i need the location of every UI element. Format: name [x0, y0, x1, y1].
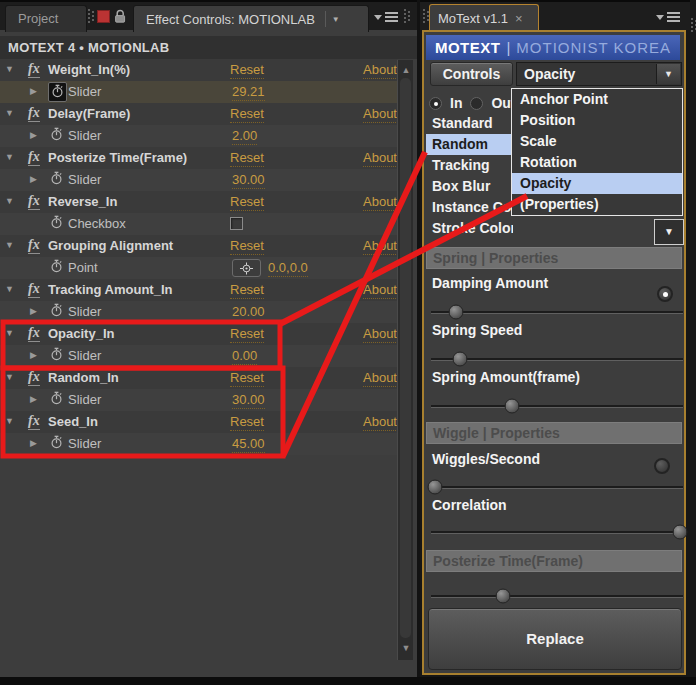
- property-row[interactable]: ▶ Slider 20.00: [0, 301, 397, 323]
- property-row[interactable]: ▶ Slider 29.21: [0, 81, 397, 103]
- reset-link[interactable]: Reset: [230, 106, 264, 123]
- dropdown-option-anchor-point[interactable]: Anchor Point: [512, 89, 682, 110]
- collapse-triangle-icon[interactable]: ▼: [5, 64, 14, 74]
- property-row[interactable]: ▶ Slider 0.00: [0, 345, 397, 367]
- property-value[interactable]: 45.00: [232, 436, 265, 453]
- wiggle-indicator-radio[interactable]: [654, 458, 670, 474]
- stopwatch-icon[interactable]: [50, 215, 63, 232]
- property-row[interactable]: Checkbox: [0, 213, 397, 235]
- about-link[interactable]: About: [363, 62, 400, 79]
- panel-menu-icon[interactable]: [374, 12, 398, 22]
- collapse-triangle-icon[interactable]: ▼: [5, 416, 14, 426]
- property-value[interactable]: 20.00: [232, 304, 265, 321]
- wiggles-second-slider[interactable]: [431, 486, 683, 489]
- panel-grip-icon[interactable]: [691, 18, 696, 34]
- dropdown-option-rotation[interactable]: Rotation: [512, 152, 682, 173]
- expand-triangle-icon[interactable]: ▶: [30, 306, 37, 316]
- controls-button[interactable]: Controls: [430, 62, 513, 86]
- mode-item-standard[interactable]: Standard: [426, 113, 513, 134]
- mode-item-random[interactable]: Random: [426, 134, 513, 155]
- list-dropdown-arrow-button[interactable]: ▼: [654, 219, 684, 245]
- expand-triangle-icon[interactable]: ▶: [30, 86, 37, 96]
- mode-item-tracking[interactable]: Tracking: [426, 155, 513, 176]
- chevron-down-icon[interactable]: ▼: [656, 64, 680, 84]
- unlock-icon[interactable]: [113, 8, 128, 24]
- dropdown-option-properties[interactable]: (Properties): [512, 194, 682, 215]
- mode-item-stroke-color[interactable]: Stroke Color: [426, 218, 513, 239]
- collapse-triangle-icon[interactable]: ▼: [5, 284, 14, 294]
- scroll-down-icon[interactable]: ▼: [398, 640, 414, 656]
- effect-header-row[interactable]: ▼ fx Delay(Frame) Reset About: [0, 103, 397, 125]
- correlation-slider-handle[interactable]: [672, 525, 687, 540]
- tab-effect-controls[interactable]: Effect Controls: MOTIONLAB ▼: [133, 5, 369, 32]
- effect-header-row[interactable]: ▼ fx Tracking Amount_In Reset About: [0, 279, 397, 301]
- effect-header-row[interactable]: ▼ fx Opacity_In Reset About: [0, 323, 397, 345]
- reset-link[interactable]: Reset: [230, 194, 264, 211]
- close-icon[interactable]: ×: [515, 6, 523, 32]
- radio-out[interactable]: [470, 97, 483, 110]
- collapse-triangle-icon[interactable]: ▼: [5, 108, 14, 118]
- property-dropdown[interactable]: Opacity ▼: [516, 62, 682, 86]
- radio-in[interactable]: [429, 97, 442, 110]
- property-row[interactable]: ▶ Slider 2.00: [0, 125, 397, 147]
- collapse-triangle-icon[interactable]: ▼: [5, 240, 14, 250]
- about-link[interactable]: About: [363, 150, 400, 167]
- expand-triangle-icon[interactable]: ▶: [30, 394, 37, 404]
- dropdown-option-position[interactable]: Position: [512, 110, 682, 131]
- damping-slider-handle[interactable]: [449, 305, 464, 320]
- spring-speed-slider-handle[interactable]: [452, 352, 467, 367]
- effect-header-row[interactable]: ▼ fx Posterize Time(Frame) Reset About: [0, 147, 397, 169]
- scrollbar-thumb[interactable]: [400, 78, 411, 638]
- damping-slider[interactable]: [431, 311, 683, 314]
- reset-link[interactable]: Reset: [230, 62, 264, 79]
- stopwatch-icon[interactable]: [50, 391, 63, 408]
- scrollbar[interactable]: ▲ ▼: [397, 60, 413, 660]
- about-link[interactable]: About: [363, 414, 400, 431]
- spring-amount-slider-handle[interactable]: [504, 399, 519, 414]
- collapse-triangle-icon[interactable]: ▼: [5, 328, 14, 338]
- dropdown-option-opacity[interactable]: Opacity: [512, 173, 682, 194]
- stopwatch-icon[interactable]: [50, 127, 63, 144]
- property-value[interactable]: 30.00: [232, 392, 265, 409]
- effect-header-row[interactable]: ▼ fx Reverse_In Reset About: [0, 191, 397, 213]
- panel-grip-icon[interactable]: [88, 9, 96, 25]
- effect-header-row[interactable]: ▼ fx Random_In Reset About: [0, 367, 397, 389]
- collapse-triangle-icon[interactable]: ▼: [5, 372, 14, 382]
- reset-link[interactable]: Reset: [230, 238, 264, 255]
- expand-triangle-icon[interactable]: ▶: [30, 174, 37, 184]
- stopwatch-icon[interactable]: [50, 347, 63, 364]
- collapse-triangle-icon[interactable]: ▼: [5, 152, 14, 162]
- tab-project[interactable]: Project: [5, 5, 87, 32]
- property-row[interactable]: ▶ Slider 30.00: [0, 169, 397, 191]
- damping-indicator-radio[interactable]: [657, 286, 673, 302]
- about-link[interactable]: About: [363, 370, 400, 387]
- wiggles-second-slider-handle[interactable]: [428, 480, 443, 495]
- property-row[interactable]: ▶ Slider 30.00: [0, 389, 397, 411]
- property-row[interactable]: Point 0.0,0.0: [0, 257, 397, 279]
- spring-amount-slider[interactable]: [431, 405, 683, 408]
- about-link[interactable]: About: [363, 238, 400, 255]
- expand-triangle-icon[interactable]: ▶: [30, 438, 37, 448]
- effect-header-row[interactable]: ▼ fx Grouping Alignment Reset About: [0, 235, 397, 257]
- collapse-triangle-icon[interactable]: ▼: [5, 196, 14, 206]
- effect-header-row[interactable]: ▼ fx Weight_In(%) Reset About: [0, 59, 397, 81]
- reset-link[interactable]: Reset: [230, 326, 264, 343]
- about-link[interactable]: About: [363, 282, 400, 299]
- checkbox[interactable]: [230, 217, 243, 230]
- property-value[interactable]: 0.00: [232, 348, 257, 365]
- stopwatch-icon[interactable]: [50, 259, 63, 276]
- expand-triangle-icon[interactable]: ▶: [30, 130, 37, 140]
- correlation-slider[interactable]: [431, 531, 683, 534]
- stopwatch-icon[interactable]: [48, 82, 67, 102]
- posterize-slider-handle[interactable]: [496, 589, 511, 604]
- stopwatch-icon[interactable]: [50, 435, 63, 452]
- about-link[interactable]: About: [363, 106, 400, 123]
- dropdown-option-scale[interactable]: Scale: [512, 131, 682, 152]
- panel-grip-icon[interactable]: [404, 9, 412, 25]
- mode-item-box-blur[interactable]: Box Blur: [426, 176, 513, 197]
- point-value[interactable]: 0.0,0.0: [268, 260, 308, 277]
- reset-link[interactable]: Reset: [230, 282, 264, 299]
- expand-triangle-icon[interactable]: ▶: [30, 350, 37, 360]
- scroll-up-icon[interactable]: ▲: [398, 62, 414, 78]
- replace-button[interactable]: Replace: [428, 608, 682, 670]
